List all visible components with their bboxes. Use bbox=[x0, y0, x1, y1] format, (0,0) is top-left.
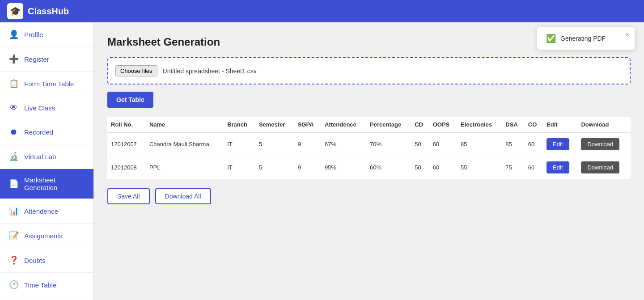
marksheet-generation-label: Marksheet Generation bbox=[24, 176, 85, 191]
cell-semester: 5 bbox=[255, 156, 294, 179]
cell-download: Download bbox=[577, 133, 631, 156]
col-header-electronics: Electronics bbox=[457, 117, 502, 133]
col-header-semester: Semester bbox=[255, 117, 294, 133]
cell-electronics: 85 bbox=[457, 133, 502, 156]
col-header-edit: Edit bbox=[543, 117, 577, 133]
sidebar-item-assignments[interactable]: 📝Assignments bbox=[0, 224, 93, 248]
cell-percentage: 70% bbox=[366, 133, 411, 156]
layout: 👤Profile➕Register📋Form Time Table👁Live C… bbox=[0, 22, 644, 300]
toast-notification: ✅ Generating PDF × bbox=[537, 27, 635, 50]
cell-roll_no: 12012007 bbox=[107, 133, 146, 156]
sidebar-item-doubts[interactable]: ❓Doubts bbox=[0, 248, 93, 273]
col-header-sgpa: SGPA bbox=[294, 117, 321, 133]
attendence-label: Attendence bbox=[24, 207, 58, 215]
assignments-label: Assignments bbox=[24, 232, 63, 240]
attendence-icon: 📊 bbox=[9, 206, 19, 216]
col-header-branch: Branch bbox=[224, 117, 255, 133]
cell-oops: 60 bbox=[429, 156, 457, 179]
virtual-lab-label: Virtual Lab bbox=[24, 153, 56, 161]
logo: 🎓 ClassHub bbox=[7, 3, 69, 19]
get-table-button[interactable]: Get Table bbox=[107, 92, 153, 108]
edit-button-row-1[interactable]: Edit bbox=[547, 161, 569, 173]
cell-cd: 50 bbox=[411, 133, 429, 156]
cell-dsa: 85 bbox=[502, 133, 525, 156]
app-name: ClassHub bbox=[28, 6, 69, 17]
cell-co: 60 bbox=[525, 156, 543, 179]
col-header-download: Download bbox=[577, 117, 631, 133]
register-label: Register bbox=[24, 55, 49, 63]
col-header-roll-no-: Roll No. bbox=[107, 117, 146, 133]
cell-attendence: 95% bbox=[321, 156, 366, 179]
time-table-icon: 🕐 bbox=[9, 280, 19, 290]
table-body: 12012007Chandra Mauli SharmaIT5967%70%50… bbox=[107, 133, 631, 179]
sidebar-item-recorded[interactable]: ⏺Recorded bbox=[0, 120, 93, 144]
cell-branch: IT bbox=[224, 156, 255, 179]
marksheet-table: Roll No.NameBranchSemesterSGPAAttendence… bbox=[107, 117, 631, 179]
recorded-icon: ⏺ bbox=[9, 127, 19, 137]
live-class-label: Live Class bbox=[24, 104, 55, 112]
marksheet-generation-icon: 📄 bbox=[9, 179, 19, 189]
table-row: 12012008PPLIT5995%60%5060557560EditDownl… bbox=[107, 156, 631, 179]
cell-co: 60 bbox=[525, 133, 543, 156]
col-header-cd: CD bbox=[411, 117, 429, 133]
col-header-co: CO bbox=[525, 117, 543, 133]
topbar: 🎓 ClassHub bbox=[0, 0, 644, 22]
logo-icon: 🎓 bbox=[7, 3, 23, 19]
cell-sgpa: 9 bbox=[294, 133, 321, 156]
cell-cd: 50 bbox=[411, 156, 429, 179]
register-icon: ➕ bbox=[9, 54, 19, 64]
cell-electronics: 55 bbox=[457, 156, 502, 179]
save-all-button[interactable]: Save All bbox=[107, 188, 150, 204]
toast-close-button[interactable]: × bbox=[626, 31, 629, 38]
cell-name: PPL bbox=[146, 156, 224, 179]
cell-sgpa: 9 bbox=[294, 156, 321, 179]
col-header-attendence: Attendence bbox=[321, 117, 366, 133]
main-content: Marksheet Generation Choose files Untitl… bbox=[94, 22, 644, 300]
sidebar-item-register[interactable]: ➕Register bbox=[0, 47, 93, 72]
col-header-name: Name bbox=[146, 117, 224, 133]
cell-roll_no: 12012008 bbox=[107, 156, 146, 179]
form-time-table-icon: 📋 bbox=[9, 79, 19, 89]
sidebar-item-marksheet-generation[interactable]: 📄Marksheet Generation bbox=[0, 169, 93, 199]
cell-branch: IT bbox=[224, 133, 255, 156]
profile-label: Profile bbox=[24, 31, 43, 38]
sidebar-item-virtual-lab[interactable]: 🔬Virtual Lab bbox=[0, 144, 93, 169]
cell-edit: Edit bbox=[543, 133, 577, 156]
sidebar-item-attendence[interactable]: 📊Attendence bbox=[0, 199, 93, 224]
download-button-row-1[interactable]: Download bbox=[581, 161, 619, 173]
logo-emoji: 🎓 bbox=[10, 6, 21, 17]
cell-dsa: 75 bbox=[502, 156, 525, 179]
sidebar-item-profile[interactable]: 👤Profile bbox=[0, 22, 93, 47]
download-all-button[interactable]: Download All bbox=[155, 188, 211, 204]
sidebar-item-live-class[interactable]: 👁Live Class bbox=[0, 96, 93, 120]
time-table-label: Time Table bbox=[24, 281, 57, 289]
choose-files-button[interactable]: Choose files bbox=[115, 65, 157, 76]
recorded-label: Recorded bbox=[24, 128, 53, 136]
download-button-row-0[interactable]: Download bbox=[581, 138, 619, 150]
col-header-oops: OOPS bbox=[429, 117, 457, 133]
sidebar-item-form-time-table[interactable]: 📋Form Time Table bbox=[0, 72, 93, 96]
sidebar: 👤Profile➕Register📋Form Time Table👁Live C… bbox=[0, 22, 94, 300]
action-buttons: Save All Download All bbox=[107, 188, 631, 204]
form-time-table-label: Form Time Table bbox=[24, 80, 74, 88]
profile-icon: 👤 bbox=[9, 30, 19, 39]
table-header-row: Roll No.NameBranchSemesterSGPAAttendence… bbox=[107, 117, 631, 133]
cell-name: Chandra Mauli Sharma bbox=[146, 133, 224, 156]
doubts-label: Doubts bbox=[24, 257, 46, 264]
col-header-percentage: Percentage bbox=[366, 117, 411, 133]
cell-edit: Edit bbox=[543, 156, 577, 179]
cell-semester: 5 bbox=[255, 133, 294, 156]
sidebar-item-time-table[interactable]: 🕐Time Table bbox=[0, 273, 93, 297]
cell-percentage: 60% bbox=[366, 156, 411, 179]
virtual-lab-icon: 🔬 bbox=[9, 152, 19, 161]
cell-download: Download bbox=[577, 156, 631, 179]
assignments-icon: 📝 bbox=[9, 231, 19, 241]
doubts-icon: ❓ bbox=[9, 255, 19, 265]
edit-button-row-0[interactable]: Edit bbox=[547, 138, 569, 150]
cell-oops: 60 bbox=[429, 133, 457, 156]
toast-message: Generating PDF bbox=[560, 35, 606, 42]
table-row: 12012007Chandra Mauli SharmaIT5967%70%50… bbox=[107, 133, 631, 156]
toast-icon: ✅ bbox=[546, 34, 556, 43]
file-name-label: Untitled spreadsheet - Sheet1.csv bbox=[163, 68, 257, 75]
col-header-dsa: DSA bbox=[502, 117, 525, 133]
